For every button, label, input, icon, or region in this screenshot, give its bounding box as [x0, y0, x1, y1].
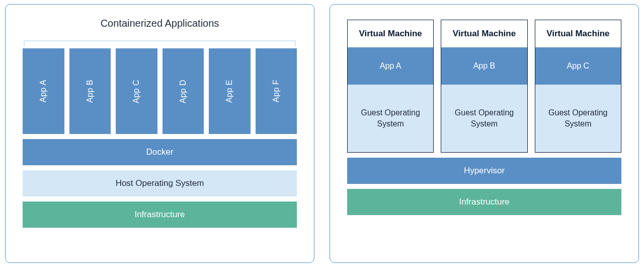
app-column: App E: [209, 48, 251, 134]
vm-title: Virtual Machine: [348, 20, 433, 47]
hypervisor-layer: Hypervisor: [347, 158, 621, 184]
host-os-layer: Host Operating System: [23, 170, 297, 196]
vm-row: Virtual Machine App A Guest Operating Sy…: [347, 20, 621, 153]
container-arch-panel: Containerized Applications App A App B A…: [5, 4, 314, 263]
container-app-row: App A App B App C App D App E App F: [23, 48, 297, 134]
app-label: App B: [86, 80, 95, 103]
vm-guest-os-layer: Guest Operating System: [535, 85, 621, 152]
infrastructure-layer: Infrastructure: [23, 202, 297, 228]
vm-column: Virtual Machine App B Guest Operating Sy…: [441, 20, 527, 153]
vm-guest-os-layer: Guest Operating System: [441, 85, 527, 152]
docker-layer: Docker: [23, 139, 297, 165]
vm-arch-panel: Virtual Machine App A Guest Operating Sy…: [330, 4, 639, 263]
vm-app-layer: App C: [535, 47, 621, 85]
app-label: App F: [272, 80, 281, 102]
app-label: App E: [225, 80, 234, 103]
app-column: App D: [163, 48, 204, 134]
bracket-icon: [24, 40, 296, 46]
app-label: App D: [179, 80, 188, 103]
app-column: App C: [116, 48, 157, 134]
vm-app-layer: App A: [348, 47, 433, 85]
app-column: App F: [256, 48, 297, 134]
app-label: App C: [132, 80, 141, 103]
vm-column: Virtual Machine App A Guest Operating Sy…: [347, 20, 434, 153]
app-column: App B: [69, 48, 111, 134]
app-label: App A: [39, 80, 48, 102]
infrastructure-layer: Infrastructure: [347, 189, 621, 215]
vm-column: Virtual Machine App C Guest Operating Sy…: [535, 20, 621, 153]
vm-title: Virtual Machine: [535, 20, 621, 47]
app-column: App A: [23, 48, 64, 134]
vm-title: Virtual Machine: [441, 20, 527, 47]
vm-app-layer: App B: [441, 47, 527, 85]
container-panel-title: Containerized Applications: [23, 18, 297, 29]
vm-guest-os-layer: Guest Operating System: [348, 85, 433, 152]
